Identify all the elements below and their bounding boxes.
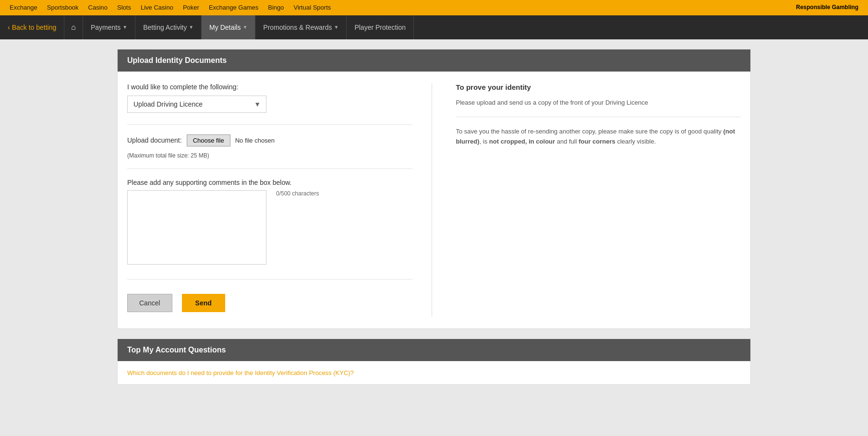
card-body: I would like to complete the following: … (118, 72, 750, 328)
comments-wrapper: 0/500 characters (127, 190, 412, 265)
nav-sportsbook[interactable]: Sportsbook (47, 4, 79, 11)
responsible-gambling-label: Responsible Gambling (796, 4, 858, 12)
nav-payments-label: Payments (91, 24, 121, 31)
right-panel: To prove your identity Please upload and… (451, 83, 741, 317)
faq-card: Top My Account Questions Which documents… (117, 339, 751, 385)
chevron-down-icon: ▼ (122, 24, 127, 30)
upload-identity-header: Upload Identity Documents (118, 49, 750, 72)
identity-paragraph1: Please upload and send us a copy of the … (456, 98, 741, 108)
identity-title: To prove your identity (456, 83, 741, 91)
comments-label: Please add any supporting comments in th… (127, 179, 412, 186)
faq-link[interactable]: Which documents do I need to provide for… (127, 369, 354, 376)
nav-my-details[interactable]: My Details ▼ (202, 15, 255, 39)
form-actions: Cancel Send (127, 279, 412, 317)
upload-identity-card: Upload Identity Documents I would like t… (117, 49, 751, 329)
nav-betting-activity-label: Betting Activity (143, 24, 187, 31)
nav-player-protection-label: Player Protection (354, 24, 406, 31)
upload-row: Upload document: Choose file No file cho… (127, 134, 412, 146)
back-to-betting-label: Back to betting (12, 24, 57, 31)
divider-2 (127, 169, 412, 169)
comments-section: Please add any supporting comments in th… (127, 179, 412, 265)
select-label: I would like to complete the following: (127, 83, 412, 91)
four-corners-text: four corners (579, 138, 615, 145)
chevron-down-icon: ▼ (189, 24, 193, 30)
choose-file-button[interactable]: Choose file (187, 134, 230, 146)
nav-promotions-rewards[interactable]: Promotions & Rewards ▼ (255, 15, 347, 39)
nav-player-protection[interactable]: Player Protection (347, 15, 414, 39)
comments-textarea[interactable] (127, 190, 266, 265)
chevron-down-icon: ▼ (334, 24, 339, 30)
document-type-select[interactable]: Upload Driving Licence Upload Passport U… (127, 96, 266, 113)
left-panel: I would like to complete the following: … (127, 83, 432, 317)
upload-document-label: Upload document: (127, 136, 182, 144)
char-count-label: 0/500 characters (276, 190, 319, 197)
right-divider (456, 117, 741, 117)
nav-exchange[interactable]: Exchange (10, 4, 37, 11)
nav-casino[interactable]: Casino (88, 4, 108, 11)
nav-payments[interactable]: Payments ▼ (83, 15, 135, 39)
faq-header: Top My Account Questions (118, 339, 750, 361)
top-nav-links: Exchange Sportsbook Casino Slots Live Ca… (10, 4, 331, 11)
nav-slots[interactable]: Slots (117, 4, 131, 11)
nav-promotions-label: Promotions & Rewards (263, 24, 332, 31)
nav-live-casino[interactable]: Live Casino (141, 4, 173, 11)
nav-virtual-sports[interactable]: Virtual Sports (293, 4, 331, 11)
faq-body: Which documents do I need to provide for… (118, 361, 750, 384)
not-cropped-text: not cropped, in colour (489, 138, 555, 145)
document-type-dropdown-wrapper: Upload Driving Licence Upload Passport U… (127, 96, 266, 113)
nav-my-details-label: My Details (209, 24, 241, 31)
cancel-button[interactable]: Cancel (127, 294, 172, 312)
page-wrapper: Upload Identity Documents I would like t… (88, 39, 780, 404)
identity-paragraph2: To save you the hassle of re-sending ano… (456, 127, 741, 147)
no-file-chosen-text: No file chosen (235, 137, 275, 144)
top-nav: Exchange Sportsbook Casino Slots Live Ca… (0, 0, 868, 15)
nav-betting-activity[interactable]: Betting Activity ▼ (135, 15, 202, 39)
chevron-down-icon: ▼ (242, 24, 247, 30)
home-button[interactable]: ⌂ (64, 15, 83, 39)
chevron-left-icon: ‹ (8, 24, 10, 31)
nav-bingo[interactable]: Bingo (268, 4, 284, 11)
nav-exchange-games[interactable]: Exchange Games (209, 4, 258, 11)
home-icon: ⌂ (71, 23, 76, 32)
send-button[interactable]: Send (182, 294, 225, 312)
divider-1 (127, 124, 412, 125)
secondary-nav: ‹ Back to betting ⌂ Payments ▼ Betting A… (0, 15, 868, 39)
max-file-size-info: (Maximum total file size: 25 MB) (127, 150, 412, 159)
back-to-betting-link[interactable]: ‹ Back to betting (0, 15, 64, 39)
nav-poker[interactable]: Poker (183, 4, 199, 11)
